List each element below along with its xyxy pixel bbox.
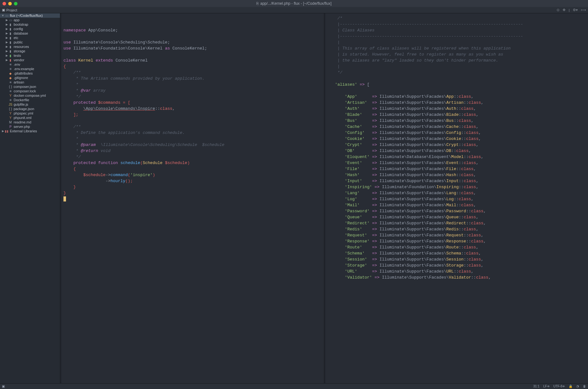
project-tree[interactable]: ▭flux (~/Code/flux/flux)▭app▮bootstrap▮c… <box>0 13 60 383</box>
tree-file-artisan[interactable]: ✳artisan <box>0 80 60 84</box>
tree-label: server.php <box>14 125 30 129</box>
star-icon: ✳ <box>8 67 13 71</box>
tree-file-package.json[interactable]: { }package.json <box>0 107 60 111</box>
lib-icon: ▮▮ <box>4 129 9 133</box>
tree-file-.env.example[interactable]: ✳.env.example <box>0 67 60 71</box>
tree-label: vendor <box>14 58 24 62</box>
md-icon: M <box>8 121 13 124</box>
tree-folder-database[interactable]: ▮database <box>0 31 60 36</box>
tree-label: flux (~/Code/flux/flux) <box>10 14 43 17</box>
editor-left-content[interactable]: namespace App\Console; use Illuminate\Co… <box>60 13 324 204</box>
tree-file-docker-compose.yml[interactable]: Ydocker-compose.yml <box>0 93 60 98</box>
tree-label: composer.json <box>14 85 36 89</box>
tree-folder-public[interactable]: ▮public <box>0 40 60 44</box>
json-icon: { } <box>8 107 13 111</box>
tree-label: artisan <box>14 80 24 84</box>
tree-file-gulpfile.js[interactable]: JSgulpfile.js <box>0 102 60 107</box>
php-icon: P <box>8 125 13 129</box>
star-icon: ✳ <box>8 81 13 84</box>
editor-right[interactable]: /* |------------------------------------… <box>324 13 588 383</box>
tree-folder-config[interactable]: ▮config <box>0 27 60 31</box>
arrow-icon[interactable] <box>1 14 4 17</box>
tree-label: composer.lock <box>14 89 36 93</box>
tree-label: phpspec.yml <box>14 111 33 115</box>
inspector-icon[interactable]: ◔ <box>576 385 579 388</box>
tree-folder-resources[interactable]: ▮resources <box>0 44 60 49</box>
gear-icon[interactable]: ⚙▾ <box>573 8 578 12</box>
yml-icon: Y <box>8 94 13 97</box>
project-toolbar: ▣ Project ⊙ ✥ | ⚙▾ ⟼ <box>0 7 588 13</box>
file-encoding[interactable]: UTF-8≑ <box>553 385 565 388</box>
titlebar: ⎘ app/.../Kernel.php - flux - [~/Code/fl… <box>0 0 588 7</box>
folder-green-icon: ▮ <box>8 54 13 57</box>
arrow-icon[interactable] <box>5 45 8 48</box>
tree-label: phpunit.xml <box>14 116 31 120</box>
hide-icon[interactable]: ⟼ <box>581 8 586 12</box>
tree-label: Dockerfile <box>14 98 29 102</box>
editor-left[interactable]: namespace App\Console; use Illuminate\Co… <box>60 13 324 383</box>
collapse-icon[interactable]: ⊙ <box>557 8 559 12</box>
arrow-icon[interactable] <box>5 58 8 62</box>
arrow-icon[interactable] <box>5 32 8 35</box>
tree-file-composer.lock[interactable]: ✳composer.lock <box>0 89 60 93</box>
status-bar: ▣ 31:1 LF≑ UTF-8≑ 🔒 ◔ 🗑 <box>0 383 588 389</box>
arrow-icon[interactable] <box>5 23 8 26</box>
tree-folder-bootstrap[interactable]: ▮bootstrap <box>0 22 60 27</box>
tree-label: .env.example <box>14 67 34 71</box>
project-tool-label[interactable]: ▣ Project <box>2 8 17 12</box>
tree-file-.gitattributes[interactable]: ◆.gitattributes <box>0 71 60 76</box>
tree-file-readme.md[interactable]: Mreadme.md <box>0 120 60 124</box>
window-close-button[interactable] <box>3 2 6 5</box>
tree-file-.gitignore[interactable]: ◆.gitignore <box>0 76 60 80</box>
line-ending[interactable]: LF≑ <box>543 385 550 388</box>
js-icon: JS <box>8 103 13 106</box>
folder-icon: ▮ <box>8 41 13 44</box>
tree-file-phpspec.yml[interactable]: Yphpspec.yml <box>0 111 60 115</box>
star-icon: ✳ <box>8 63 13 66</box>
tree-file-Dockerfile[interactable]: ✳Dockerfile <box>0 98 60 102</box>
lock-icon[interactable]: 🔒 <box>569 385 572 388</box>
tree-file-phpunit.xml[interactable]: Yphpunit.xml <box>0 115 60 120</box>
tree-folder-vendor[interactable]: ▮vendor <box>0 58 60 62</box>
tree-file-.env[interactable]: ✳.env <box>0 62 60 67</box>
editor-right-content[interactable]: /* |------------------------------------… <box>324 13 588 282</box>
window-minimize-button[interactable] <box>8 2 12 5</box>
folder-icon: ▮ <box>8 27 13 31</box>
status-left-icon[interactable]: ▣ <box>2 385 5 388</box>
git-icon: ◆ <box>8 76 13 80</box>
folder-open-icon: ▭ <box>8 18 13 22</box>
arrow-icon[interactable] <box>5 54 8 57</box>
divider-icon: | <box>569 8 570 12</box>
arrow-icon[interactable] <box>1 129 4 133</box>
tree-folder-tests[interactable]: ▮tests <box>0 53 60 58</box>
external-libraries[interactable]: ▮▮External Libraries <box>0 129 60 133</box>
json-icon: { } <box>8 85 13 89</box>
tree-label: External Libraries <box>10 129 37 133</box>
tree-label: readme.md <box>14 120 31 124</box>
tree-root[interactable]: ▭flux (~/Code/flux/flux) <box>0 13 60 18</box>
tree-folder-etc[interactable]: ▮etc <box>0 36 60 40</box>
tree-folder-storage[interactable]: ▮storage <box>0 49 60 53</box>
editor-splitter: namespace App\Console; use Illuminate\Co… <box>60 13 588 383</box>
cursor-position[interactable]: 31:1 <box>533 385 539 388</box>
tree-label: public <box>14 40 23 44</box>
tree-label: config <box>14 27 23 31</box>
tree-file-composer.json[interactable]: { }composer.json <box>0 84 60 89</box>
tree-label: database <box>14 31 28 35</box>
tree-label: etc <box>14 36 18 40</box>
trash-icon[interactable]: 🗑 <box>583 385 586 388</box>
star-icon: ✳ <box>8 89 13 93</box>
tree-file-server.php[interactable]: Pserver.php <box>0 124 60 129</box>
yml-icon: Y <box>8 112 13 115</box>
folder-red-icon: ▮ <box>8 58 13 62</box>
tree-folder-app[interactable]: ▭app <box>0 18 60 22</box>
window-maximize-button[interactable] <box>14 2 17 5</box>
arrow-icon[interactable] <box>5 36 8 39</box>
folder-icon: ▮ <box>8 23 13 26</box>
arrow-icon[interactable] <box>5 41 8 44</box>
target-icon[interactable]: ✥ <box>563 8 565 12</box>
arrow-icon[interactable] <box>5 27 8 30</box>
arrow-icon[interactable] <box>5 49 8 53</box>
folder-icon: ▮ <box>8 36 13 40</box>
arrow-icon[interactable] <box>5 18 8 22</box>
